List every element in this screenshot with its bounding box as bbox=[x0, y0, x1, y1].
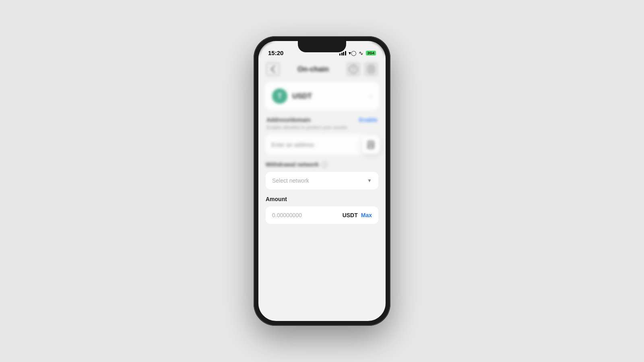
contact-book-button[interactable] bbox=[362, 136, 380, 154]
phone-screen: 15:20 ▾◯ ∿ 2G4 On-chain bbox=[258, 41, 386, 321]
header-actions: ? bbox=[347, 63, 378, 76]
amount-placeholder: 0.00000000 bbox=[272, 212, 339, 218]
status-icons: ▾◯ ∿ 2G4 bbox=[339, 50, 376, 56]
amount-input-wrapper: 0.00000000 USDT Max bbox=[266, 206, 378, 224]
help-button[interactable]: ? bbox=[347, 63, 360, 76]
token-name: USDT bbox=[292, 92, 312, 101]
notch bbox=[298, 41, 346, 52]
token-icon: T bbox=[272, 88, 287, 104]
token-info: T USDT bbox=[272, 88, 312, 104]
amount-section: Amount 0.00000000 USDT Max bbox=[265, 196, 379, 224]
network-info-icon[interactable]: i bbox=[321, 161, 328, 168]
address-input-wrapper bbox=[266, 134, 378, 155]
status-time: 15:20 bbox=[268, 49, 283, 56]
enable-button[interactable]: Enable bbox=[359, 117, 378, 123]
select-network-placeholder: Select network bbox=[272, 177, 309, 184]
address-header: Address/domain Enable allowlist to prote… bbox=[266, 117, 378, 130]
phone-device: 15:20 ▾◯ ∿ 2G4 On-chain bbox=[254, 36, 390, 326]
battery-icon: 2G4 bbox=[366, 51, 376, 56]
address-input[interactable] bbox=[271, 142, 360, 148]
address-label: Address/domain bbox=[266, 117, 347, 123]
select-network-button[interactable]: Select network ▼ bbox=[266, 172, 378, 189]
token-row: T USDT › bbox=[265, 82, 379, 110]
svg-point-5 bbox=[369, 143, 372, 145]
network-label: Withdrawal network bbox=[266, 161, 319, 168]
page-content: T USDT › Address/domain Enable allowlist… bbox=[258, 82, 386, 224]
address-subtext: Enable allowlist to protect your assets bbox=[266, 125, 347, 130]
wifi-symbol: ∿ bbox=[359, 50, 363, 56]
address-section: Address/domain Enable allowlist to prote… bbox=[265, 117, 379, 155]
amount-label: Amount bbox=[266, 196, 378, 202]
wifi-icon: ▾◯ bbox=[349, 50, 356, 56]
page-header: On-chain ? bbox=[258, 59, 386, 82]
chevron-right-icon: › bbox=[370, 93, 372, 100]
amount-currency: USDT bbox=[343, 212, 358, 218]
max-button[interactable]: Max bbox=[361, 212, 372, 218]
dropdown-arrow-icon: ▼ bbox=[367, 178, 372, 183]
svg-rect-4 bbox=[368, 141, 374, 148]
network-section: Withdrawal network i Select network ▼ bbox=[265, 161, 379, 189]
page-title: On-chain bbox=[297, 65, 329, 74]
history-button[interactable] bbox=[365, 63, 378, 76]
svg-text:?: ? bbox=[352, 67, 355, 72]
back-button[interactable] bbox=[266, 63, 279, 76]
network-label-row: Withdrawal network i bbox=[266, 161, 378, 168]
address-label-group: Address/domain Enable allowlist to prote… bbox=[266, 117, 347, 130]
token-card[interactable]: T USDT › bbox=[265, 82, 379, 110]
